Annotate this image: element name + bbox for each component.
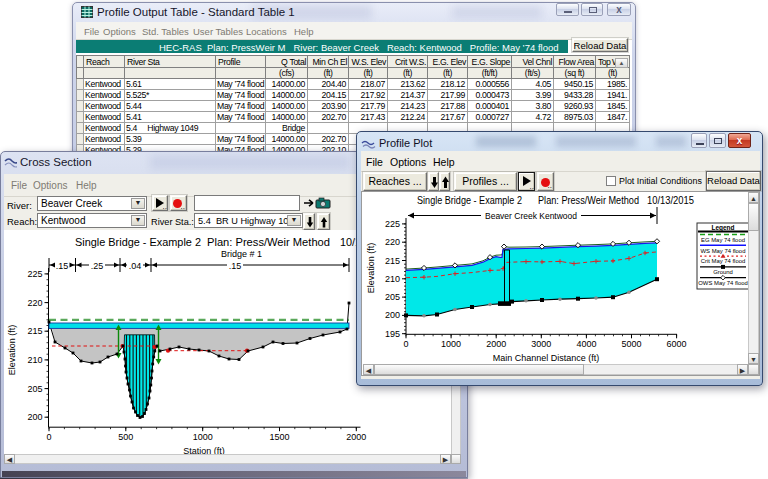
svg-text:1500: 1500	[269, 432, 289, 442]
svg-text:Crit May 74 flood: Crit May 74 flood	[701, 258, 746, 264]
svg-text:225: 225	[27, 269, 42, 279]
svg-text:0: 0	[403, 339, 408, 349]
svg-text:Elevation (ft): Elevation (ft)	[366, 243, 376, 294]
svg-text:2000: 2000	[346, 432, 366, 442]
svg-text:Legend: Legend	[711, 224, 734, 232]
svg-text:200: 200	[27, 412, 42, 422]
svg-text:Plan: Press/Weir Method: Plan: Press/Weir Method	[207, 236, 330, 248]
svg-text:Main Channel Distance (ft): Main Channel Distance (ft)	[493, 353, 600, 363]
svg-text:225: 225	[385, 219, 400, 229]
svg-text:.15: .15	[229, 261, 242, 271]
svg-text:200: 200	[385, 310, 400, 320]
svg-text:OWS May 74 flood: OWS May 74 flood	[698, 280, 747, 286]
svg-text:205: 205	[27, 384, 42, 394]
svg-text:Bridge # 1: Bridge # 1	[221, 249, 262, 259]
svg-text:195: 195	[385, 329, 400, 339]
svg-text:5000: 5000	[621, 339, 641, 349]
svg-text:1000: 1000	[193, 432, 213, 442]
svg-text:10/13/2015: 10/13/2015	[647, 194, 694, 206]
svg-text:6000: 6000	[667, 339, 687, 349]
svg-text:2000: 2000	[486, 339, 506, 349]
svg-text:205: 205	[385, 292, 400, 302]
svg-text:215: 215	[27, 326, 42, 336]
svg-text:210: 210	[27, 355, 42, 365]
svg-text:Ground: Ground	[713, 269, 733, 275]
svg-text:500: 500	[118, 432, 133, 442]
svg-text:220: 220	[385, 237, 400, 247]
svg-text:1000: 1000	[441, 339, 461, 349]
svg-text:EG May 74 flood: EG May 74 flood	[701, 237, 745, 243]
svg-text:3000: 3000	[531, 339, 551, 349]
svg-text:210: 210	[385, 274, 400, 284]
svg-text:Plan: Press/Weir Method: Plan: Press/Weir Method	[538, 194, 639, 206]
svg-text:Single Bridge - Example 2: Single Bridge - Example 2	[417, 194, 522, 206]
svg-text:Single Bridge - Example 2: Single Bridge - Example 2	[75, 236, 201, 248]
svg-text:WS May 74 flood: WS May 74 flood	[701, 248, 746, 254]
svg-text:Elevation (ft): Elevation (ft)	[7, 325, 17, 376]
svg-text:.25: .25	[91, 261, 104, 271]
svg-text:0: 0	[46, 432, 51, 442]
svg-text:.15: .15	[56, 261, 69, 271]
svg-text:Beaver Creek Kentwood: Beaver Creek Kentwood	[485, 211, 577, 221]
svg-text:215: 215	[385, 256, 400, 266]
svg-text:4000: 4000	[576, 339, 596, 349]
svg-text:.04: .04	[129, 261, 142, 271]
svg-text:220: 220	[27, 298, 42, 308]
